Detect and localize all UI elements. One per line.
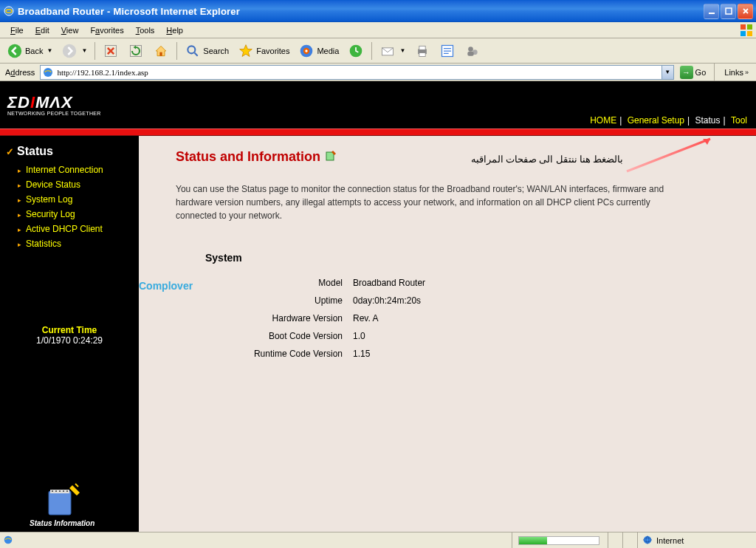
info-value: Rev. A	[353, 313, 378, 323]
links-button[interactable]: Links »	[720, 68, 753, 77]
current-time-value: 1/0/1970 0:24:29	[6, 335, 133, 346]
page-favicon	[42, 66, 54, 78]
discuss-button[interactable]	[461, 41, 484, 61]
window-buttons	[704, 4, 753, 19]
stop-icon	[103, 43, 119, 59]
back-dropdown-icon[interactable]: ▼	[47, 47, 52, 54]
media-button[interactable]: Media	[295, 41, 343, 61]
home-icon	[153, 43, 169, 59]
discuss-icon	[464, 43, 481, 59]
svg-rect-5	[740, 31, 746, 36]
edit-button[interactable]	[436, 41, 459, 61]
svg-rect-6	[747, 31, 752, 36]
nav-home[interactable]: HOME	[590, 115, 616, 126]
address-input[interactable]	[55, 68, 661, 77]
search-label: Search	[203, 47, 229, 55]
favorites-button[interactable]: Favorites	[234, 41, 293, 61]
svg-point-8	[63, 44, 76, 57]
svg-point-22	[468, 47, 473, 52]
back-icon	[7, 43, 23, 59]
print-button[interactable]	[410, 41, 434, 61]
menu-favorites[interactable]: Favorites	[84, 24, 129, 36]
sidebar-item-security-log[interactable]: Security Log	[6, 207, 133, 222]
nav-status[interactable]: Status	[695, 115, 720, 126]
search-button[interactable]: Search	[181, 41, 233, 61]
sidebar: Status Internet Connection Device Status…	[0, 136, 139, 532]
menu-tools[interactable]: Tools	[130, 24, 161, 36]
print-icon	[414, 43, 430, 59]
go-icon: →	[680, 66, 693, 79]
annotation-arrow-icon	[623, 136, 719, 176]
stop-button[interactable]	[99, 41, 123, 61]
svg-rect-11	[160, 52, 162, 55]
svg-point-35	[644, 535, 652, 544]
forward-dropdown-icon[interactable]: ▼	[81, 47, 87, 54]
svg-point-29	[55, 490, 57, 492]
mail-button[interactable]: ▼	[376, 41, 409, 61]
topnav: HOME| General Setup| Status| Tool	[587, 115, 750, 126]
info-label: Hardware Version	[220, 313, 353, 323]
forward-icon	[61, 43, 78, 59]
info-label: Model	[220, 278, 353, 288]
svg-point-15	[306, 49, 308, 52]
menu-view[interactable]: View	[55, 24, 85, 36]
statusbar-section	[608, 532, 623, 548]
refresh-button[interactable]	[124, 41, 148, 61]
notepad-icon	[40, 482, 84, 518]
back-button[interactable]: Back ▼	[3, 41, 56, 61]
ie-icon	[3, 5, 15, 17]
watermark: Complover	[139, 280, 193, 292]
page-description: You can use the Status page to monitor t…	[176, 182, 693, 222]
svg-rect-20	[419, 52, 425, 56]
forward-button[interactable]: ▼	[58, 41, 91, 61]
go-button[interactable]: → Go	[677, 64, 709, 81]
edit-icon	[439, 43, 456, 59]
svg-rect-2	[726, 8, 732, 14]
sidebar-item-active-dhcp-client[interactable]: Active DHCP Client	[6, 222, 133, 236]
maximize-button[interactable]	[721, 4, 736, 19]
sidebar-item-statistics[interactable]: Statistics	[6, 236, 133, 251]
refresh-icon	[128, 43, 144, 59]
svg-rect-1	[709, 13, 715, 14]
sidebar-item-internet-connection[interactable]: Internet Connection	[6, 162, 133, 177]
close-button[interactable]	[738, 4, 753, 19]
info-table: ModelBroadband Router Uptime0day:0h:24m:…	[220, 274, 719, 363]
info-label: Boot Code Version	[220, 331, 353, 341]
current-time-label: Current Time	[6, 325, 133, 335]
statusbar-zone: Internet	[638, 535, 756, 547]
sidebar-item-system-log[interactable]: System Log	[6, 192, 133, 207]
address-input-wrap: ▼	[40, 65, 673, 80]
info-row: Runtime Code Version1.15	[220, 345, 719, 363]
mail-icon	[379, 43, 396, 59]
info-label: Uptime	[220, 295, 353, 306]
statusbar-progress-section	[512, 532, 608, 548]
menu-help[interactable]: Help	[160, 24, 189, 36]
info-value: 1.15	[353, 349, 370, 359]
address-label: Address	[3, 68, 37, 77]
address-dropdown-icon[interactable]: ▼	[662, 66, 673, 79]
titlebar: Broadband Router - Microsoft Internet Ex…	[0, 0, 756, 22]
toolbar-separator	[176, 42, 177, 60]
menubar: File Edit View Favorites Tools Help	[0, 22, 756, 38]
router-page: ΣDIMΛX NETWORKING PEOPLE TOGETHER HOME| …	[0, 81, 756, 532]
history-button[interactable]	[344, 41, 368, 61]
status-info-widget: Status Information	[30, 482, 94, 527]
status-info-label: Status Information	[30, 519, 94, 527]
mail-dropdown-icon[interactable]: ▼	[399, 47, 405, 54]
section-title-system: System	[205, 252, 719, 264]
nav-tool[interactable]: Tool	[731, 115, 747, 126]
svg-rect-33	[326, 152, 334, 160]
nav-general-setup[interactable]: General Setup	[628, 115, 684, 126]
svg-point-28	[52, 490, 53, 492]
minimize-button[interactable]	[704, 4, 719, 19]
statusbar-section	[623, 532, 638, 548]
menu-file[interactable]: File	[4, 24, 30, 36]
info-row: Boot Code Version1.0	[220, 327, 719, 345]
menu-edit[interactable]: Edit	[30, 24, 55, 36]
zone-label: Internet	[656, 536, 684, 545]
svg-rect-26	[49, 491, 71, 515]
home-button[interactable]	[149, 41, 173, 61]
ie-icon	[3, 535, 13, 547]
sidebar-item-device-status[interactable]: Device Status	[6, 177, 133, 192]
info-row: Uptime0day:0h:24m:20s	[220, 292, 719, 309]
